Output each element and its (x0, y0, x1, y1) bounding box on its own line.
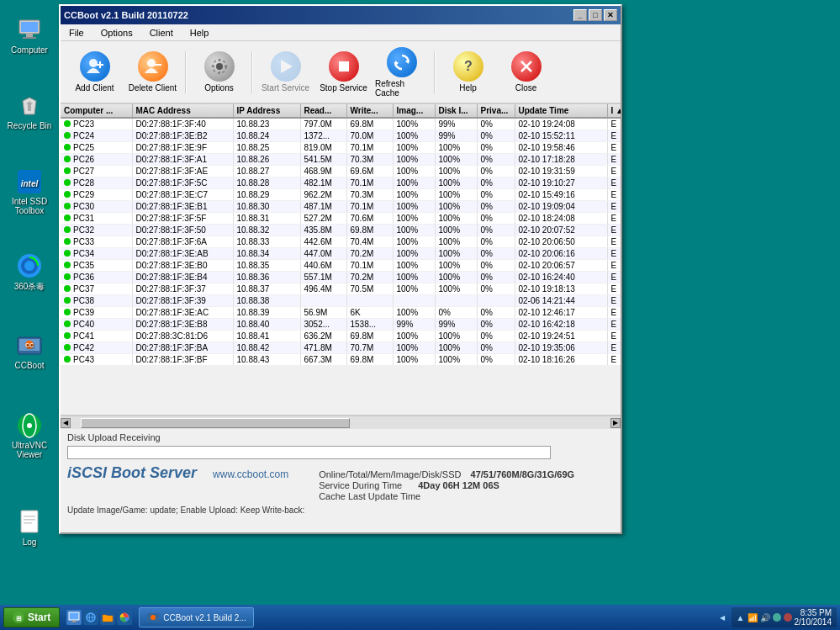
ie-icon[interactable] (83, 610, 98, 625)
desktop-icon-ccboot[interactable]: CC CCBoot (4, 332, 55, 370)
table-row[interactable]: PC40D0:27:88:1F:3E:B810.88.403052...1538… (61, 319, 621, 331)
col-disk[interactable]: Disk I... (435, 104, 477, 118)
show-desktop-icon[interactable] (66, 610, 82, 625)
title-bar: CCBoot v2.1 Build 20110722 _ □ ✕ (61, 6, 621, 24)
desktop-icon-computer[interactable]: Computer (4, 17, 55, 55)
table-row[interactable]: PC41D0:27:88:3C:81:D610.88.41636.2M69.8M… (61, 331, 621, 342)
svg-point-8 (24, 261, 34, 271)
col-image[interactable]: Imag... (393, 104, 435, 118)
website-link: www.ccboot.com (213, 469, 288, 480)
table-row[interactable]: PC25D0:27:88:1F:3E:9F10.88.25819.0M70.1M… (61, 142, 621, 154)
client-table-container[interactable]: Computer ... MAC Address IP Address Read… (61, 104, 621, 416)
menu-file[interactable]: File (64, 26, 89, 40)
close-tool-button[interactable]: Close (499, 45, 553, 99)
menu-bar: File Options Client Help (61, 24, 621, 41)
table-row[interactable]: PC36D0:27:88:1F:3E:B410.88.36557.1M70.2M… (61, 272, 621, 283)
system-clock[interactable]: 8:35 PM 2/10/2014 (795, 608, 832, 627)
server-info-block: Online/Total/Mem/Image/Disk/SSD 47/51/76… (319, 469, 574, 502)
recycle-icon (16, 93, 43, 119)
table-row[interactable]: PC30D0:27:88:1F:3E:B110.88.30487.1M70.1M… (61, 201, 621, 213)
computer-label: Computer (11, 45, 48, 55)
col-ip[interactable]: IP Address (233, 104, 300, 118)
taskbar-ccboot-item[interactable]: CCBoot v2.1 Build 2... (139, 607, 253, 627)
add-client-button[interactable]: Add Client (67, 45, 122, 99)
menu-help[interactable]: Help (185, 26, 214, 40)
delete-client-button[interactable]: Delete Client (125, 45, 180, 99)
cache-time-row: Cache Last Update Time (319, 491, 574, 501)
tray-icon-network[interactable]: 📶 (748, 613, 758, 622)
desktop-icon-log[interactable]: Log (4, 509, 55, 547)
tray-icon-1: ▲ (737, 613, 745, 622)
table-row[interactable]: PC27D0:27:88:1F:3F:AE10.88.27468.9M69.6M… (61, 166, 621, 177)
start-service-button[interactable]: Start Service (258, 45, 313, 99)
table-row[interactable]: PC39D0:27:88:1F:3E:AC10.88.3956.9M6K100%… (61, 307, 621, 319)
folder-icon[interactable] (100, 610, 115, 625)
taskbar-item-label: CCBoot v2.1 Build 2... (163, 613, 246, 622)
scroll-thumb[interactable] (81, 418, 350, 428)
upload-status-label: Disk Upload Receiving (67, 432, 614, 442)
table-row[interactable]: PC29D0:27:88:1F:3E:C710.88.29962.2M70.3M… (61, 189, 621, 201)
table-row[interactable]: PC38D0:27:88:1F:3F:3910.88.3802-06 14:21… (61, 295, 621, 307)
window-title: CCBoot v2.1 Build 20110722 (64, 10, 188, 20)
col-computer[interactable]: Computer ... (61, 104, 132, 118)
status-dot (64, 262, 71, 268)
tray-icon-sound[interactable]: 🔊 (760, 613, 770, 622)
table-row[interactable]: PC26D0:27:88:1F:3F:A110.88.26541.5M70.3M… (61, 154, 621, 166)
stop-service-button[interactable]: Stop Service (316, 45, 371, 99)
refresh-cache-button[interactable]: Refresh Cache (374, 45, 429, 99)
col-i[interactable]: I ▲ (607, 104, 621, 118)
help-button[interactable]: ? Help (441, 45, 495, 99)
desktop-icon-recycle[interactable]: Recycle Bin (4, 93, 55, 130)
col-update[interactable]: Update Time (515, 104, 607, 118)
status-dot (64, 356, 71, 363)
col-write[interactable]: Write... (346, 104, 393, 118)
ultravnc-label: UltraVNC Viewer (12, 441, 47, 459)
ccboot-label: CCBoot (14, 361, 44, 370)
options-button[interactable]: Options (192, 45, 246, 99)
desktop-icon-intel[interactable]: intel Intel SSD Toolbox (4, 168, 55, 215)
col-private[interactable]: Priva... (477, 104, 515, 118)
tray-icon-extra1[interactable] (773, 613, 781, 622)
table-row[interactable]: PC34D0:27:88:1F:3E:AB10.88.34447.0M70.2M… (61, 248, 621, 260)
scroll-left-btn[interactable]: ◀ (61, 418, 71, 428)
col-mac[interactable]: MAC Address (132, 104, 233, 118)
service-time-label: Service During Time (319, 480, 402, 490)
table-row[interactable]: PC35D0:27:88:1F:3E:B010.88.35440.6M70.1M… (61, 260, 621, 272)
tray-icon-extra2[interactable] (784, 613, 792, 622)
svg-point-15 (27, 423, 32, 428)
delete-client-icon (138, 51, 168, 82)
table-row[interactable]: PC33D0:27:88:1F:3F:6A10.88.33442.6M70.4M… (61, 236, 621, 248)
desktop-icon-ultravnc[interactable]: UltraVNC Viewer (4, 412, 55, 459)
show-desktop-arrow[interactable]: ◀ (720, 614, 725, 622)
svg-rect-2 (26, 34, 33, 37)
table-row[interactable]: PC24D0:27:88:1F:3E:B210.88.241372...70.0… (61, 130, 621, 142)
start-service-icon (271, 51, 301, 82)
menu-client[interactable]: Client (145, 26, 178, 40)
horizontal-scrollbar[interactable]: ◀ ▶ (61, 416, 621, 429)
minimize-button[interactable]: _ (573, 9, 587, 21)
status-dot (64, 250, 71, 257)
desktop-icon-360[interactable]: 360杀毒 (4, 252, 55, 293)
close-button[interactable]: ✕ (604, 9, 617, 21)
menu-options[interactable]: Options (96, 26, 138, 40)
chrome-icon[interactable] (117, 610, 132, 625)
table-row[interactable]: PC23D0:27:88:1F:3F:4010.88.23797.0M69.8M… (61, 118, 621, 130)
table-row[interactable]: PC37D0:27:88:1F:3F:3710.88.37496.4M70.5M… (61, 283, 621, 295)
browser-icon (85, 611, 97, 623)
table-row[interactable]: PC32D0:27:88:1F:3F:5010.88.32435.8M69.8M… (61, 225, 621, 236)
status-dot (64, 179, 71, 186)
scroll-right-btn[interactable]: ▶ (610, 418, 621, 428)
stop-service-icon (329, 51, 359, 82)
table-body: PC23D0:27:88:1F:3F:4010.88.23797.0M69.8M… (61, 118, 621, 366)
svg-text:?: ? (464, 59, 473, 73)
system-tray: ▲ 📶 🔊 8:35 PM 2/10/2014 (732, 607, 837, 627)
table-row[interactable]: PC42D0:27:88:1F:3F:BA10.88.42471.8M70.7M… (61, 342, 621, 354)
table-row[interactable]: PC31D0:27:88:1F:3F:5F10.88.31527.2M70.6M… (61, 213, 621, 225)
title-bar-buttons: _ □ ✕ (573, 9, 617, 21)
table-row[interactable]: PC43D0:27:88:1F:3F:BF10.88.43667.3M69.8M… (61, 354, 621, 366)
start-button[interactable]: ⊞ Start (3, 607, 60, 627)
table-row[interactable]: PC28D0:27:88:1F:3F:5C10.88.28482.1M70.1M… (61, 177, 621, 189)
col-read[interactable]: Read... (300, 104, 346, 118)
svg-rect-18 (24, 519, 35, 521)
maximize-button[interactable]: □ (589, 9, 602, 21)
